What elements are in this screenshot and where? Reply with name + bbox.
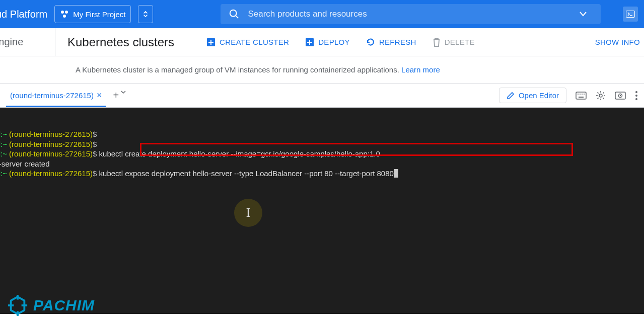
add-box-icon <box>206 38 216 47</box>
svg-point-0 <box>61 11 64 14</box>
svg-point-3 <box>230 10 237 17</box>
close-icon[interactable]: × <box>97 90 102 101</box>
watermark-text: PACHIM <box>33 297 95 314</box>
svg-point-16 <box>582 94 583 95</box>
refresh-button[interactable]: REFRESH <box>366 38 416 47</box>
svg-point-24 <box>635 95 637 97</box>
svg-point-22 <box>620 95 621 96</box>
chevron-updown-icon <box>142 10 149 19</box>
create-cluster-button[interactable]: CREATE CLUSTER <box>206 38 289 47</box>
learn-more-link[interactable]: Learn more <box>401 65 440 74</box>
create-cluster-label: CREATE CLUSTER <box>220 38 289 46</box>
keyboard-icon[interactable] <box>576 92 587 100</box>
svg-point-15 <box>580 94 581 95</box>
svg-point-19 <box>599 94 602 97</box>
text-cursor-indicator: I <box>234 199 262 227</box>
shell-toolbar: Open Editor <box>499 88 638 103</box>
page-title: Kubernetes clusters <box>55 35 186 49</box>
pencil-icon <box>507 92 515 100</box>
shell-tab-name: (round-terminus-272615) <box>10 91 94 100</box>
svg-point-17 <box>584 94 585 95</box>
cloud-shell-icon[interactable] <box>623 7 638 22</box>
subheader: Engine Kubernetes clusters CREATE CLUSTE… <box>0 28 644 56</box>
description-text: A Kubernetes cluster is a managed group … <box>76 65 401 74</box>
terminal-line: lo-server created <box>0 159 644 169</box>
svg-rect-18 <box>579 97 584 98</box>
search-icon <box>229 9 240 20</box>
new-tab-button[interactable]: + <box>113 90 126 101</box>
search-dropdown-icon[interactable] <box>574 10 593 19</box>
action-row: CREATE CLUSTER DEPLOY REFRESH DELETE <box>206 38 475 47</box>
deploy-label: DEPLOY <box>318 38 350 46</box>
engine-label: Engine <box>0 28 55 56</box>
watermark: PACHIM <box>7 295 95 316</box>
trash-icon <box>433 38 441 47</box>
watermark-icon <box>7 295 28 316</box>
terminal-line: ell:~ (round-terminus-272615)$ <box>0 129 644 139</box>
gear-icon[interactable] <box>596 91 606 101</box>
terminal[interactable]: ell:~ (round-terminus-272615)$ ell:~ (ro… <box>0 108 644 314</box>
search-input[interactable] <box>248 9 565 19</box>
deploy-button[interactable]: DEPLOY <box>305 38 350 47</box>
show-info-button[interactable]: SHOW INFO <box>595 38 640 46</box>
svg-rect-5 <box>626 11 635 18</box>
svg-point-1 <box>65 11 68 14</box>
platform-label: ud Platform <box>0 9 47 20</box>
project-name: My First Project <box>73 10 125 19</box>
terminal-line: ell:~ (round-terminus-272615)$ <box>0 139 644 149</box>
project-icon <box>60 10 69 19</box>
svg-point-23 <box>635 91 637 93</box>
svg-rect-13 <box>576 92 586 99</box>
terminal-line: ell:~ (round-terminus-272615)$ kubectl c… <box>0 149 644 159</box>
more-icon[interactable] <box>635 91 638 101</box>
refresh-label: REFRESH <box>379 38 416 46</box>
project-selector[interactable]: My First Project <box>54 5 131 23</box>
svg-point-2 <box>63 15 66 18</box>
terminal-line: ell:~ (round-terminus-272615)$ kubectl e… <box>0 169 644 179</box>
delete-button[interactable]: DELETE <box>433 38 475 47</box>
project-dropdown[interactable] <box>138 5 153 23</box>
svg-point-14 <box>578 94 579 95</box>
search-bar[interactable] <box>221 4 601 24</box>
shell-tab[interactable]: (round-terminus-272615) × <box>6 90 106 107</box>
add-box-icon <box>305 38 314 47</box>
plus-icon: + <box>113 90 119 101</box>
chevron-down-icon <box>121 90 126 95</box>
cloud-shell-header: (round-terminus-272615) × + Open Editor <box>0 84 644 108</box>
delete-label: DELETE <box>445 38 475 46</box>
description-row: A Kubernetes cluster is a managed group … <box>0 56 644 84</box>
svg-point-25 <box>635 98 637 100</box>
open-editor-label: Open Editor <box>519 91 559 100</box>
refresh-icon <box>366 38 375 47</box>
web-preview-icon[interactable] <box>615 92 626 100</box>
svg-line-4 <box>236 16 239 19</box>
top-header: ud Platform My First Project <box>0 0 644 28</box>
open-editor-button[interactable]: Open Editor <box>499 88 566 103</box>
